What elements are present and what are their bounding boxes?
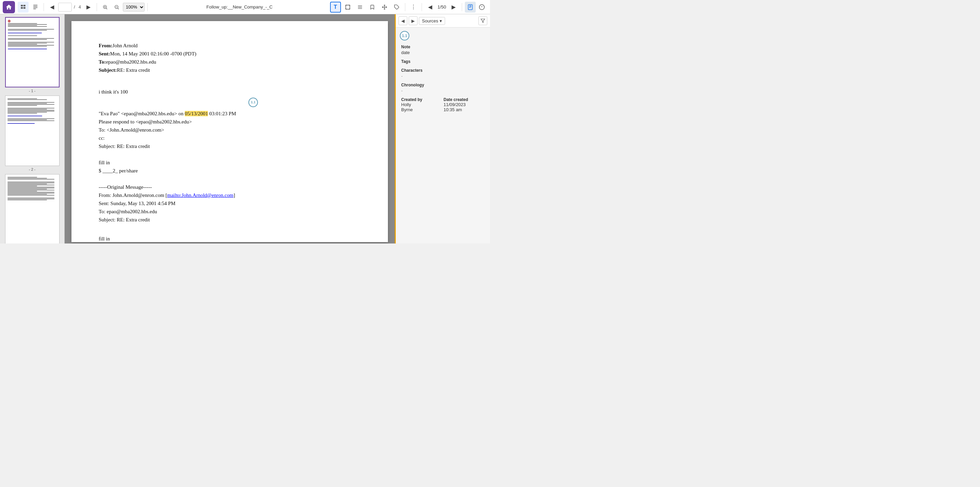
orig-from: From: John.Arnold@enron.com [mailto:John… — [99, 191, 361, 199]
subject-label: Subject: — [99, 67, 117, 73]
svg-rect-18 — [358, 8, 362, 8]
annotation-bubble-1[interactable]: 1.1 — [248, 98, 258, 107]
quoted-line: "Eva Pao" <epao@mba2002.hbs.edu> on 05/1… — [99, 109, 361, 118]
document-viewer[interactable]: From:John Arnold Sent:Mon, 14 May 2001 0… — [65, 14, 395, 243]
separator1 — [43, 3, 44, 11]
separator6 — [462, 3, 462, 11]
tags-label: Tags — [401, 59, 485, 64]
note-field: Note date — [401, 44, 485, 55]
tags-field: Tags — [401, 59, 485, 64]
bookmark-button[interactable] — [367, 2, 378, 13]
svg-rect-15 — [346, 5, 350, 9]
move-button[interactable] — [379, 2, 390, 13]
thumbnail-1[interactable]: - 1 - — [3, 17, 62, 93]
thumbnail-3[interactable]: - 3 - — [3, 174, 62, 243]
svg-rect-0 — [21, 5, 23, 6]
fullscreen-button[interactable] — [342, 2, 353, 13]
subject-line-quoted: Subject: RE: Extra credit — [99, 142, 361, 150]
cc-line: cc: — [99, 134, 361, 142]
right-panel-header: ◀ ▶ Sources ▾ — [396, 14, 490, 27]
doc-view-button[interactable] — [30, 2, 41, 13]
zoom-out-button[interactable] — [111, 2, 122, 13]
from-value: John Arnold — [113, 43, 138, 48]
amount-line: $ ____2_ per/share — [99, 167, 361, 175]
zoom-controls: 100% 75% 125% 150% — [100, 2, 145, 13]
note-panel: Note date Tags Characters - Chronology -… — [396, 42, 490, 243]
to-value: epao@mba2002.hbs.edu — [106, 59, 156, 65]
svg-line-14 — [118, 8, 119, 9]
next-page-button[interactable]: ▶ — [83, 2, 94, 13]
svg-rect-1 — [24, 5, 25, 6]
svg-rect-4 — [33, 5, 37, 5]
anno-next-button[interactable]: ▶ — [448, 2, 459, 13]
separator2 — [97, 3, 97, 11]
svg-rect-16 — [358, 5, 362, 6]
anno-prev-button[interactable]: ◀ — [425, 2, 436, 13]
svg-rect-5 — [33, 6, 37, 7]
thumb-frame-1 — [5, 17, 60, 87]
note-value: date — [401, 50, 485, 55]
annotation-navigation: ◀ 1/50 ▶ — [425, 2, 459, 13]
characters-value: - — [401, 73, 485, 79]
to-line: To: <John.Arnold@enron.com> — [99, 126, 361, 134]
annotation-panel-marker: 1.1 — [396, 27, 490, 42]
total-pages: 4 — [77, 5, 82, 10]
svg-marker-27 — [481, 19, 485, 23]
zoom-select[interactable]: 100% 75% 125% 150% — [123, 3, 145, 11]
chronology-label: Chronology — [401, 82, 485, 87]
created-by-value: Holly Byrne — [401, 102, 442, 112]
list-view-button[interactable] — [355, 2, 366, 13]
sources-label: Sources — [422, 18, 438, 24]
from-label: From: — [99, 43, 113, 48]
date-created-label: Date created 11/09/2023 10:35 am — [444, 97, 485, 112]
document-content: From:John Arnold Sent:Mon, 14 May 2001 0… — [99, 41, 361, 243]
chronology-value: - — [401, 88, 485, 93]
thumbnails-panel: - 1 - — [0, 14, 65, 243]
home-button[interactable] — [3, 1, 15, 13]
annotation-count: 1/50 — [436, 5, 447, 10]
right-panel: ◀ ▶ Sources ▾ 1.1 Note date Tags — [395, 14, 490, 243]
sent-label: Sent: — [99, 51, 110, 56]
text-tool-button[interactable]: T — [330, 2, 341, 13]
thumb-frame-2 — [5, 95, 60, 166]
panel-nav-next[interactable]: ▶ — [409, 16, 417, 25]
svg-line-11 — [106, 8, 107, 9]
more-options-button[interactable]: ⋮ — [408, 2, 419, 13]
sources-button[interactable]: Sources ▾ — [419, 17, 445, 25]
thumb-label-2: - 2 - — [29, 167, 36, 171]
info-panel-button[interactable] — [476, 2, 487, 13]
chronology-field: Chronology - — [401, 82, 485, 93]
document-panel-button[interactable] — [465, 2, 476, 13]
thumb-label-1: - 1 - — [29, 89, 36, 93]
body-text: i think it's 100 — [99, 88, 361, 96]
to-label: To: — [99, 59, 106, 65]
image-view-button[interactable] — [18, 2, 29, 13]
annotation-id-bubble[interactable]: 1.1 — [400, 31, 409, 40]
svg-rect-6 — [33, 7, 37, 8]
panel-nav-prev[interactable]: ◀ — [398, 16, 407, 25]
respond-line: Please respond to <epao@mba2002.hbs.edu> — [99, 118, 361, 126]
svg-rect-7 — [33, 8, 36, 9]
svg-rect-17 — [358, 7, 362, 7]
fill-in-1: fill in — [99, 159, 361, 167]
page-separator: / — [73, 5, 76, 10]
prev-page-button[interactable]: ◀ — [47, 2, 57, 13]
thumb-frame-3 — [5, 174, 60, 243]
sent-value: Mon, 14 May 2001 02:16:00 -0700 (PDT) — [110, 51, 196, 56]
filter-button[interactable] — [479, 16, 487, 25]
document-page: From:John Arnold Sent:Mon, 14 May 2001 0… — [72, 21, 388, 242]
sources-chevron-icon: ▾ — [440, 18, 442, 24]
created-by-label: Created by Holly Byrne — [401, 97, 442, 112]
svg-rect-3 — [24, 7, 25, 9]
orig-sent: Sent: Sunday, May 13, 2001 4:54 PM — [99, 199, 361, 208]
page-input[interactable]: 1 — [58, 3, 72, 11]
zoom-in-button[interactable] — [100, 2, 111, 13]
meta-grid: Created by Holly Byrne Date created 11/0… — [401, 97, 485, 112]
tag-button[interactable] — [391, 2, 402, 13]
filename-display: Follow_up:__New_Company_-_C — [150, 5, 329, 10]
original-message-header: -----Original Message----- — [99, 183, 361, 191]
thumbnail-2[interactable]: - 2 - — [3, 95, 62, 171]
separator5 — [422, 3, 422, 11]
orig-from-link[interactable]: mailto:John.Arnold@enron.com — [167, 192, 234, 198]
main-area: - 1 - — [0, 14, 490, 243]
